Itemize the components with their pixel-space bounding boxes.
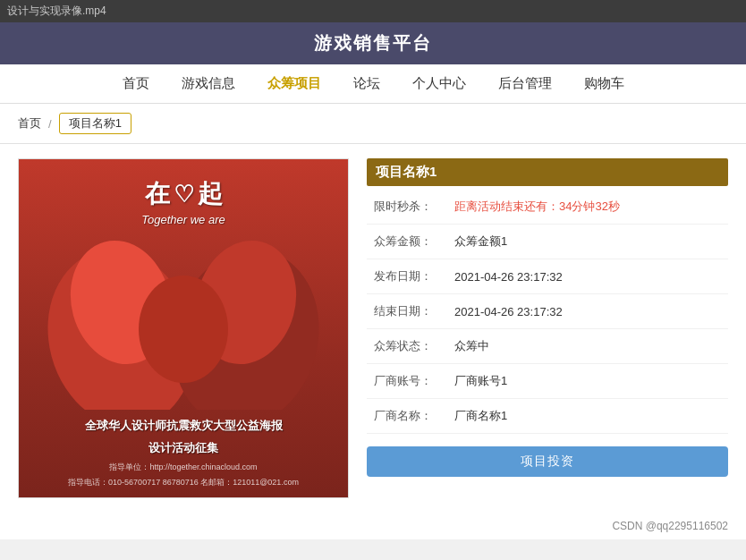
- field-label-start-date: 发布日期：: [367, 259, 447, 294]
- field-label-status: 众筹状态：: [367, 329, 447, 364]
- field-value-end-date: 2021-04-26 23:17:32: [447, 294, 728, 329]
- invest-button[interactable]: 项目投资: [367, 446, 728, 477]
- table-row: 厂商名称： 厂商名称1: [367, 399, 728, 434]
- poster-top-text: 在 ♡ 起: [145, 177, 223, 211]
- window-topbar-title: 设计与实现录像.mp4: [7, 4, 106, 19]
- field-label-vendor-account: 厂商账号：: [367, 364, 447, 399]
- field-value-seckill: 距离活动结束还有：34分钟32秒: [447, 190, 728, 225]
- breadcrumb-separator: /: [48, 117, 52, 131]
- poster-footer-line1: 指导单位：http://together.chinacloud.com: [109, 462, 257, 473]
- countdown-text: 距离活动结束还有：34分钟32秒: [454, 199, 620, 213]
- field-label-vendor-name: 厂商名称：: [367, 399, 447, 434]
- nav-item-game-info[interactable]: 游戏信息: [182, 75, 235, 92]
- poster: 在 ♡ 起 Together we are 全球: [19, 159, 348, 497]
- project-title-bar: 项目名称1: [367, 158, 728, 186]
- project-info-table: 限时秒杀： 距离活动结束还有：34分钟32秒 众筹金额： 众筹金额1 发布日期：…: [367, 190, 728, 434]
- table-row: 发布日期： 2021-04-26 23:17:32: [367, 259, 728, 294]
- nav-item-crowdfund[interactable]: 众筹项目: [267, 75, 321, 92]
- table-row: 众筹金额： 众筹金额1: [367, 225, 728, 259]
- nav-item-profile[interactable]: 个人中心: [412, 75, 466, 92]
- field-label-seckill: 限时秒杀：: [367, 190, 447, 225]
- window-topbar: 设计与实现录像.mp4: [0, 0, 746, 22]
- table-row: 限时秒杀： 距离活动结束还有：34分钟32秒: [367, 190, 728, 225]
- field-label-end-date: 结束日期：: [367, 294, 447, 329]
- poster-bottom-sub-text: 设计活动征集: [148, 439, 218, 458]
- table-row: 众筹状态： 众筹中: [367, 329, 728, 364]
- nav-item-cart[interactable]: 购物车: [584, 75, 624, 92]
- field-value-status: 众筹中: [447, 329, 728, 364]
- field-value-start-date: 2021-04-26 23:17:32: [447, 259, 728, 294]
- breadcrumb: 首页 / 项目名称1: [0, 104, 746, 144]
- table-row: 结束日期： 2021-04-26 23:17:32: [367, 294, 728, 329]
- nav-item-forum[interactable]: 论坛: [353, 75, 380, 92]
- field-value-amount: 众筹金额1: [447, 225, 728, 259]
- poster-together-text: Together we are: [141, 213, 225, 226]
- breadcrumb-home[interactable]: 首页: [18, 115, 41, 132]
- main-nav: 首页 游戏信息 众筹项目 论坛 个人中心 后台管理 购物车: [0, 64, 746, 104]
- field-value-vendor-account: 厂商账号1: [447, 364, 728, 399]
- field-value-vendor-name: 厂商名称1: [447, 399, 728, 434]
- poster-bottom-main-text: 全球华人设计师抗震救灾大型公益海报: [85, 417, 283, 436]
- poster-hands-area: [28, 226, 339, 413]
- nav-item-admin[interactable]: 后台管理: [498, 75, 552, 92]
- site-title: 游戏销售平台: [0, 22, 746, 64]
- poster-heart-icon: ♡: [174, 181, 194, 208]
- field-label-amount: 众筹金额：: [367, 225, 447, 259]
- main-content: 在 ♡ 起 Together we are 全球: [0, 144, 746, 513]
- nav-item-home[interactable]: 首页: [123, 75, 149, 92]
- poster-footer-line2: 指导电话：010-56700717 86780716 名邮箱：121011@02…: [68, 477, 299, 488]
- footer-watermark: CSDN @qq2295116502: [0, 513, 746, 539]
- project-image-panel: 在 ♡ 起 Together we are 全球: [18, 158, 349, 498]
- table-row: 厂商账号： 厂商账号1: [367, 364, 728, 399]
- svg-point-4: [139, 276, 228, 383]
- hands-svg: [31, 231, 335, 410]
- breadcrumb-current: 项目名称1: [59, 113, 131, 134]
- project-info-panel: 项目名称1 限时秒杀： 距离活动结束还有：34分钟32秒 众筹金额： 众筹金额1: [367, 158, 728, 498]
